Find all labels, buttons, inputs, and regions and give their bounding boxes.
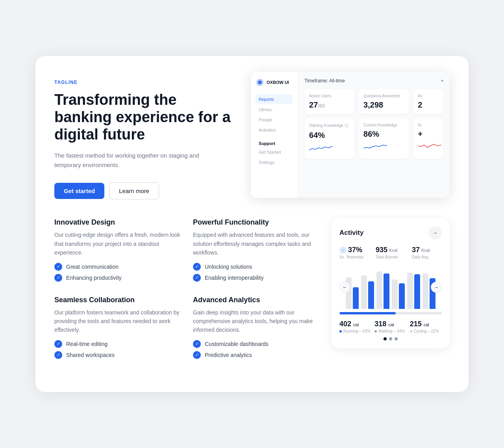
check-icon: ✓ [54,274,62,282]
activity-chart: ← → [339,266,442,309]
breakdown-walking-label: Walking – 34% [374,329,406,333]
feature-item-text: Enhancing productivity [66,275,122,281]
feature-list-innovative: ✓ Great communication ✓ Enhancing produc… [54,263,180,282]
bar-gray [392,279,398,309]
dash-nav-settings[interactable]: Settings [256,158,293,167]
feature-seamless-collab: Seamless Collaboration Our platform fost… [54,296,180,359]
activity-header: Activity → [339,226,442,240]
check-icon: ✓ [54,340,62,348]
feature-analytics: Advanced Analytics Gain deep insights in… [193,296,319,359]
breakdown-cycling-value: 215 cal [410,320,442,328]
dot-cycling [410,330,412,333]
list-item: ✓ Real-time editing [54,340,180,348]
list-item: ✓ Unlocking solutions [193,263,319,271]
dash-stat-label-active: Active Users [309,94,350,98]
activity-stats: ↑ 37% Vs. Yesterday 935 Kcal Total Burne… [339,246,442,259]
dash-stat-label-av: Av [418,94,439,98]
check-icon: ✓ [193,274,201,282]
check-icon: ✓ [193,340,201,348]
dash-stat-starting-knowledge: Starting Knowledge ⓘ 64% [304,118,355,159]
feature-title-collab: Seamless Collaboration [54,296,180,304]
dash-timeframe-arrow: ▾ [441,78,443,84]
list-item: ✓ Customizable dashboards [193,340,319,348]
bar-group [376,271,389,309]
feature-item-text: Great communication [66,264,119,270]
dash-timeframe-label: Timeframe: All-time [304,78,345,84]
feature-desc-innovative: Our cutting-edge design offers a fresh, … [54,231,180,257]
feature-powerful: Powerful Functionality Equipped with adv… [193,218,319,281]
hero-section: TAGLINE Transforming the banking experie… [54,72,450,199]
chart-prev-button[interactable]: ← [339,282,350,293]
main-card: TAGLINE Transforming the banking experie… [35,56,469,392]
bar-gray [422,273,428,309]
check-icon: ✓ [193,263,201,271]
activity-stat-burned: 935 Kcal Total Burned [376,246,406,259]
list-item: ✓ Shared workspaces [54,351,180,359]
activity-progress-bar [339,312,442,314]
activity-avg-label: Daily Avg. [412,255,442,259]
activity-next-button[interactable]: → [428,226,442,240]
dash-logo: OXBOW UI [256,78,293,87]
breakdown-walking-value: 318 cal [374,320,406,328]
oxbow-logo-icon [256,78,264,87]
dash-stat-questions: Questions Answered 3,298 [359,89,409,114]
dot-walking [374,330,377,333]
get-started-button[interactable]: Get started [54,183,104,199]
dash-stat-av: Av 2 [413,89,443,114]
feature-item-text: Predictive analytics [205,352,252,358]
indicator-2 [389,337,392,340]
bar-group [392,279,405,309]
activity-stat-trend: ↑ 37% Vs. Yesterday [339,246,369,259]
tagline: TAGLINE [54,80,235,85]
feature-innovative-design: Innovative Design Our cutting-edge desig… [54,218,180,281]
dash-stat-mini-ck [363,142,387,151]
learn-more-button[interactable]: Learn more [109,182,159,199]
feature-item-text: Real-time editing [66,341,107,347]
dash-stat-label-kr: Kr [418,123,439,127]
dash-stat-label-questions: Questions Answered [363,94,404,98]
trend-up-icon: ↑ [339,247,346,254]
bar-blue [384,273,389,309]
dash-stat-label-sk: Starting Knowledge ⓘ [309,123,350,128]
dash-nav-library[interactable]: Library [256,105,293,114]
feature-list-analytics: ✓ Customizable dashboards ✓ Predictive a… [193,340,319,359]
dash-stats-grid: Active Users 27/80 Questions Answered 3,… [304,89,443,159]
dash-stat-kr: Kr + [413,118,443,159]
feature-desc-collab: Our platform fosters teamwork and collab… [54,308,180,335]
hero-right: OXBOW UI Reports Library People Activiti… [251,72,450,199]
breakdown-running-label: Running – 43% [339,329,371,333]
list-item: ✓ Enhancing productivity [54,274,180,282]
bar-gray [361,275,367,309]
bar-group [361,275,374,309]
feature-item-text: Shared workspaces [66,352,115,358]
dash-nav-get-started[interactable]: Get Started [256,147,293,157]
activity-avg-value: 37 Kcal [412,246,442,254]
features-left: Innovative Design Our cutting-edge desig… [54,218,180,373]
chart-next-button[interactable]: → [431,282,442,293]
dash-nav-reports[interactable]: Reports [256,95,293,104]
features-section: Innovative Design Our cutting-edge desig… [54,218,450,373]
hero-buttons: Get started Learn more [54,182,235,199]
dash-stat-value-active: 27/80 [309,100,350,110]
bar-blue [399,283,405,309]
feature-title-powerful: Powerful Functionality [193,218,319,227]
feature-title-analytics: Advanced Analytics [193,296,319,304]
feature-desc-analytics: Gain deep insights into your data with o… [193,308,319,335]
dash-stat-label-ck: Current Knowledge [363,123,404,127]
breakdown-cycling-label: Cycling – 22% [410,329,442,333]
activity-burned-value: 935 Kcal [376,246,406,254]
chart-bars [339,266,442,309]
breakdown-running: 402 cal Running – 43% [339,320,371,333]
dot-running [339,330,342,333]
activity-trend-label: Vs. Yesterday [339,255,369,259]
activity-stat-avg: 37 Kcal Daily Avg. [412,246,442,259]
dash-nav-people[interactable]: People [256,115,293,125]
feature-desc-powerful: Equipped with advanced features and tool… [193,231,319,257]
feature-item-text: Unlocking solutions [205,264,252,270]
feature-item-text: Enabling interoperability [205,275,263,281]
dash-stat-active-users: Active Users 27/80 [304,89,355,114]
dash-stat-mini-sk [309,143,333,152]
check-icon: ✓ [54,351,62,359]
dash-nav-activities[interactable]: Activities [256,125,293,135]
dash-main: Timeframe: All-time ▾ Active Users 27/80… [298,72,450,198]
